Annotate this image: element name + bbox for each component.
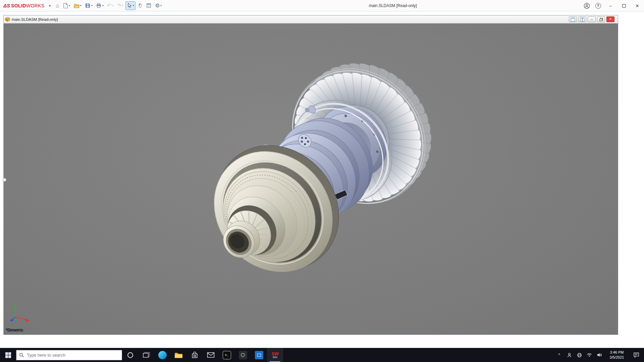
- dark-app-button[interactable]: [235, 348, 251, 362]
- close-icon: ✕: [636, 3, 639, 8]
- new-document-button[interactable]: ▾: [61, 1, 71, 10]
- file-explorer-button[interactable]: [170, 348, 186, 362]
- taskbar-clock[interactable]: 3:46 PM 3/5/2021: [605, 350, 629, 360]
- wifi-tray-button[interactable]: [585, 348, 594, 362]
- options-button[interactable]: ⚙ ▾: [154, 1, 163, 10]
- close-window-button[interactable]: ✕: [631, 0, 644, 11]
- view-orientation-label: *Dimetric: [6, 328, 23, 333]
- new-window-button[interactable]: [569, 16, 577, 22]
- quick-access-toolbar: ⌂ ▾ ▾: [54, 1, 163, 10]
- maximize-icon: [622, 4, 626, 8]
- account-icon: [584, 3, 590, 9]
- action-center-icon: [633, 352, 639, 358]
- task-view-icon: [143, 352, 150, 358]
- app-titlebar: ΔS SOLIDWORKS ▸ ⌂ ▾ ▾: [0, 0, 644, 11]
- solidworks-logo: ΔS SOLIDWORKS: [3, 3, 45, 8]
- tray-chevron-button[interactable]: ^: [555, 348, 564, 362]
- command-manager-button[interactable]: [145, 1, 153, 10]
- engine-assembly: [181, 36, 459, 305]
- terminal-button[interactable]: >_: [219, 348, 235, 362]
- desktop: ΔS SOLIDWORKS ▸ ⌂ ▾ ▾: [0, 0, 644, 362]
- mail-button[interactable]: [203, 348, 219, 362]
- doc-minimize-icon: –: [591, 18, 593, 21]
- search-input[interactable]: [27, 353, 119, 358]
- store-button[interactable]: [186, 348, 203, 362]
- command-manager-icon: [146, 3, 152, 8]
- taskbar: >_ SW 2021 ^: [0, 348, 644, 362]
- tile-windows-button[interactable]: [578, 16, 586, 22]
- doc-close-button[interactable]: ✕: [606, 16, 614, 22]
- redo-button[interactable]: ↷ ▾: [115, 1, 124, 10]
- gear-icon: ⚙: [155, 3, 160, 8]
- network-globe-icon: [577, 353, 582, 358]
- cortana-button[interactable]: [122, 348, 138, 362]
- toolbar-expand-arrow[interactable]: ▸: [49, 3, 51, 8]
- dark-app-icon: [239, 351, 247, 359]
- new-document-icon: [62, 3, 68, 8]
- home-button[interactable]: ⌂: [54, 1, 60, 10]
- select-button[interactable]: ▾: [125, 1, 136, 10]
- windows-logo-icon: [5, 352, 11, 358]
- help-button[interactable]: ?: [592, 0, 604, 11]
- document-title: main.SLDASM [Read-only]: [12, 17, 58, 21]
- print-icon: [96, 3, 102, 8]
- network-tray-button[interactable]: [575, 348, 584, 362]
- titlebar-right-controls: ? – ✕: [581, 0, 644, 11]
- orientation-triad[interactable]: [9, 303, 33, 323]
- task-view-button[interactable]: [138, 348, 154, 362]
- remote-desktop-icon: [255, 351, 263, 359]
- person-icon: [567, 353, 572, 358]
- clock-date: 3/5/2021: [605, 355, 629, 360]
- file-explorer-icon: [174, 352, 183, 359]
- document-window: main.SLDASM [Read-only]: [3, 15, 618, 335]
- doc-close-icon: ✕: [609, 18, 612, 21]
- z-axis-arrow: [10, 318, 13, 321]
- doc-restore-icon: [599, 18, 603, 21]
- mouse-gestures-icon: [138, 3, 143, 9]
- mouse-gestures-button[interactable]: [136, 1, 144, 10]
- terminal-icon: >_: [223, 351, 231, 359]
- print-button[interactable]: ▾: [95, 1, 105, 10]
- edge-button[interactable]: [154, 348, 170, 362]
- people-tray-button[interactable]: [565, 348, 574, 362]
- remote-desktop-button[interactable]: [251, 348, 267, 362]
- speaker-icon: [597, 353, 602, 357]
- open-button[interactable]: ▾: [72, 1, 83, 10]
- clock-time: 3:46 PM: [605, 350, 629, 355]
- undo-button[interactable]: ↶ ▾: [106, 1, 115, 10]
- chevron-up-icon: ^: [558, 353, 560, 357]
- ds-logo-icon: ΔS: [3, 3, 10, 8]
- action-center-button[interactable]: [630, 348, 643, 362]
- tile-windows-icon: [580, 17, 585, 21]
- account-button[interactable]: [581, 0, 592, 11]
- save-icon: [85, 3, 91, 8]
- start-button[interactable]: [0, 348, 16, 362]
- window-title: main.SLDASM [Read-only]: [369, 3, 417, 8]
- wifi-icon: [587, 353, 592, 357]
- panel-collapse-handle[interactable]: [3, 178, 6, 182]
- document-titlebar[interactable]: main.SLDASM [Read-only]: [4, 15, 618, 23]
- doc-restore-button[interactable]: [597, 16, 605, 22]
- new-window-icon: [571, 17, 575, 21]
- home-icon: ⌂: [56, 3, 59, 8]
- search-icon: [19, 353, 24, 358]
- doc-minimize-button[interactable]: –: [588, 16, 596, 22]
- open-folder-icon: [73, 3, 79, 8]
- maximize-window-button[interactable]: [617, 0, 631, 11]
- save-button[interactable]: ▾: [84, 1, 94, 10]
- solidworks-taskbar-button[interactable]: SW 2021: [267, 348, 283, 362]
- system-tray: ^: [555, 348, 644, 362]
- undo-icon: ↶: [107, 3, 111, 8]
- edge-icon: [158, 351, 167, 359]
- graphics-viewport[interactable]: *Dimetric: [4, 23, 618, 335]
- select-cursor-icon: [127, 3, 132, 8]
- y-axis-arrow: [14, 304, 16, 307]
- volume-tray-button[interactable]: [595, 348, 604, 362]
- store-icon: [191, 352, 198, 359]
- assembly-cube-icon: [5, 17, 10, 22]
- minimize-window-button[interactable]: –: [604, 0, 617, 11]
- taskbar-search[interactable]: [16, 350, 122, 360]
- x-axis-arrow: [25, 318, 30, 322]
- mail-icon: [207, 352, 215, 358]
- cortana-icon: [127, 352, 133, 358]
